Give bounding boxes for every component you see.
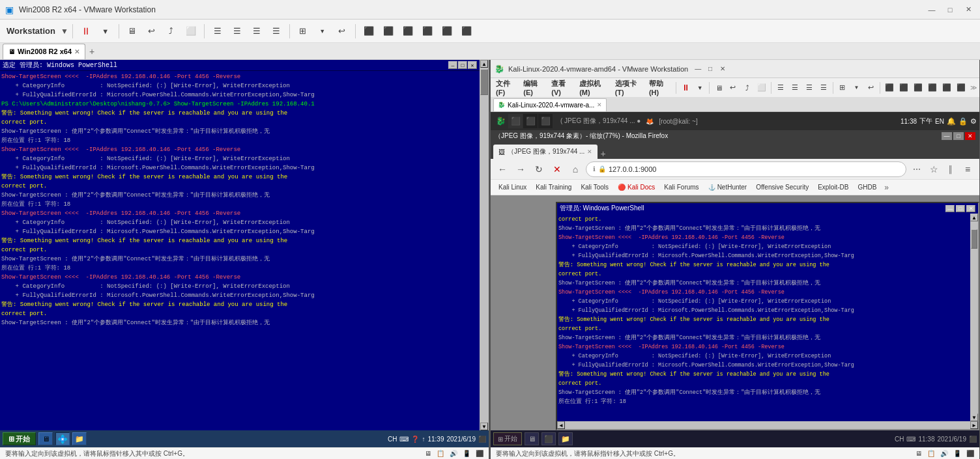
right-toolbar-btn-13[interactable]: ⬛ <box>883 81 896 95</box>
right-toolbar-btn-10[interactable]: ⊞ <box>835 81 848 95</box>
right-toolbar-btn-18[interactable]: ⬛ <box>955 81 968 95</box>
toolbar-btn-17[interactable]: ⬛ <box>438 22 456 40</box>
right-toolbar-btn-6[interactable]: ☰ <box>774 81 787 95</box>
right-menu-help[interactable]: 帮助(H) <box>646 79 673 96</box>
toolbar-btn-11[interactable]: ▼ <box>313 22 332 40</box>
right-vm-minimize[interactable]: — <box>692 64 704 74</box>
maximize-button[interactable]: □ <box>944 5 957 15</box>
right-ps-scroll-down[interactable]: ▼ <box>970 413 978 421</box>
bookmark-kali-tools[interactable]: Kali Tools <box>577 182 612 193</box>
workstation-dropdown-arrow[interactable]: ▼ <box>61 27 68 36</box>
right-toolbar-btn-2[interactable]: 🖥 <box>712 81 725 95</box>
right-ps-overlay-close[interactable]: ✕ <box>966 205 975 212</box>
firefox-url-bar[interactable]: ℹ 🔒 127.0.0.1:9000 <box>586 161 906 177</box>
toolbar-btn-18[interactable]: ⬛ <box>457 22 476 40</box>
firefox-back-button[interactable]: ← <box>495 161 510 177</box>
right-menu-file[interactable]: 文件(F) <box>493 79 519 96</box>
left-taskbar-icon-1[interactable]: 🖥 <box>38 432 53 445</box>
toolbar-btn-12[interactable]: ↩ <box>333 22 351 40</box>
toolbar-btn-14[interactable]: ⬛ <box>379 22 397 40</box>
firefox-new-tab[interactable]: + <box>598 148 608 159</box>
kali-app-icon-3[interactable]: ⬛ <box>523 114 538 128</box>
tab-kali-close[interactable]: ✕ <box>597 102 602 108</box>
kali-tray-icon-2[interactable]: 🔒 <box>958 117 968 126</box>
right-ps-scroll-up[interactable]: ▲ <box>970 214 978 221</box>
right-ps-scrollbar[interactable]: ▲ ▼ <box>970 214 978 421</box>
kali-tray-icon-1[interactable]: 🔔 <box>947 117 956 126</box>
firefox-close[interactable]: ✕ <box>965 132 975 140</box>
toolbar-btn-1[interactable]: ▼ <box>96 22 115 40</box>
bookmark-more[interactable]: » <box>882 183 891 192</box>
tab-kali[interactable]: 🐉 Kali-Linux-2020.4-vmware-a... ✕ <box>493 98 607 111</box>
firefox-sidebar-btn[interactable]: ║ <box>943 161 958 177</box>
left-taskbar-icon-3[interactable]: 📁 <box>72 432 87 445</box>
kali-taskbar-icon-3[interactable]: 📁 <box>558 432 573 445</box>
bookmark-offensive-security[interactable]: Offensive Security <box>752 182 813 193</box>
toolbar-btn-15[interactable]: ⬛ <box>399 22 417 40</box>
firefox-minimize[interactable]: — <box>942 132 952 140</box>
left-ps-maximize[interactable]: □ <box>458 61 467 69</box>
kali-app-icon-4[interactable]: ⬛ <box>538 114 553 128</box>
toolbar-btn-3[interactable]: ↩ <box>143 22 161 40</box>
right-toolbar-btn-9[interactable]: ☰ <box>817 81 830 95</box>
toolbar-btn-10[interactable]: ⊞ <box>294 22 312 40</box>
firefox-tab-jpeg[interactable]: 🖼 （JPEG 图像，919x744 ... ✕ <box>493 145 598 159</box>
close-button[interactable]: ✕ <box>962 5 975 15</box>
firefox-menu-btn[interactable]: ⋯ <box>909 161 925 177</box>
right-vm-maximize[interactable]: □ <box>704 64 716 74</box>
kali-start-button[interactable]: ⊞ 开始 <box>493 432 522 445</box>
toolbar-btn-5[interactable]: ⬜ <box>182 22 200 40</box>
tab-close-win2008[interactable]: ✕ <box>74 48 79 55</box>
right-menu-tab[interactable]: 选项卡(T) <box>612 79 645 96</box>
right-toolbar-btn-5[interactable]: ⬜ <box>755 81 768 95</box>
right-toolbar-btn-1[interactable]: ▼ <box>693 81 706 95</box>
right-ps-overlay-maximize[interactable]: □ <box>956 205 965 212</box>
toolbar-btn-16[interactable]: ⬛ <box>418 22 437 40</box>
right-toolbar-btn-12[interactable]: ↩ <box>864 81 877 95</box>
right-ps-overlay-minimize[interactable]: — <box>945 205 955 212</box>
firefox-stop-button[interactable]: ✕ <box>549 161 565 177</box>
kali-taskbar-icon-2[interactable]: ⬛ <box>541 432 556 445</box>
left-ps-close[interactable]: ✕ <box>468 61 477 69</box>
bookmark-kali-forums[interactable]: Kali Forums <box>660 182 702 193</box>
pause-button[interactable]: ⏸ <box>77 22 95 40</box>
bookmark-kali-training[interactable]: Kali Training <box>532 182 575 193</box>
kali-app-icon-2[interactable]: ⬛ <box>508 114 523 128</box>
right-toolbar-btn-3[interactable]: ↩ <box>727 81 740 95</box>
left-ps-minimize[interactable]: — <box>448 61 457 69</box>
tab-add-button[interactable]: + <box>85 46 98 57</box>
toolbar-btn-13[interactable]: ⬛ <box>360 22 378 40</box>
toolbar-btn-6[interactable]: ☰ <box>209 22 227 40</box>
minimize-button[interactable]: — <box>925 5 938 15</box>
right-toolbar-btn-11[interactable]: ▼ <box>850 81 863 95</box>
kali-taskbar-icon-1[interactable]: 🖥 <box>525 432 539 445</box>
toolbar-btn-2[interactable]: 🖥 <box>123 22 141 40</box>
right-toolbar-btn-16[interactable]: ⬛ <box>926 81 939 95</box>
left-vm-content[interactable]: 选定 管理员: Windows PowerShell — □ ✕ Show-Ta… <box>0 60 489 430</box>
right-toolbar-btn-7[interactable]: ☰ <box>788 81 801 95</box>
kali-app-icon-1[interactable]: 🐉 <box>493 114 508 128</box>
firefox-maximize[interactable]: □ <box>953 132 964 140</box>
kali-tray-icon-3[interactable]: ⚙ <box>970 117 977 126</box>
right-toolbar-btn-8[interactable]: ☰ <box>803 81 816 95</box>
bookmark-kali-docs[interactable]: 🔴 Kali Docs <box>614 182 659 193</box>
bookmark-kali-linux[interactable]: Kali Linux <box>495 182 530 193</box>
right-ps-hscroll[interactable]: ◄ ► <box>557 421 978 429</box>
firefox-tab-close[interactable]: ✕ <box>587 148 592 155</box>
firefox-menu-btn-2[interactable]: ≡ <box>960 161 975 177</box>
firefox-bookmark-btn[interactable]: ☆ <box>926 161 942 177</box>
right-ps-scroll-thumb[interactable] <box>971 229 977 249</box>
left-taskbar-icon-2[interactable]: 💠 <box>55 432 70 445</box>
right-menu-edit[interactable]: 编辑(E) <box>521 79 547 96</box>
toolbar-btn-4[interactable]: ⤴ <box>162 22 180 40</box>
bookmark-exploit-db[interactable]: Exploit-DB <box>814 182 852 193</box>
tab-win2008[interactable]: 🖥 Win2008 R2 x64 ✕ <box>3 44 85 59</box>
right-toolbar-btn-17[interactable]: ⬛ <box>940 81 953 95</box>
right-vm-close[interactable]: ✕ <box>717 64 728 74</box>
right-menu-vm[interactable]: 虚拟机(M) <box>577 79 611 96</box>
firefox-home-button[interactable]: ⌂ <box>568 161 583 177</box>
bookmark-ghdb[interactable]: GHDB <box>854 182 880 193</box>
firefox-forward-button[interactable]: → <box>513 161 528 177</box>
bookmark-nethunter[interactable]: ⚓ NetHunter <box>704 182 751 193</box>
right-toolbar-pause[interactable]: ⏸ <box>679 81 692 95</box>
